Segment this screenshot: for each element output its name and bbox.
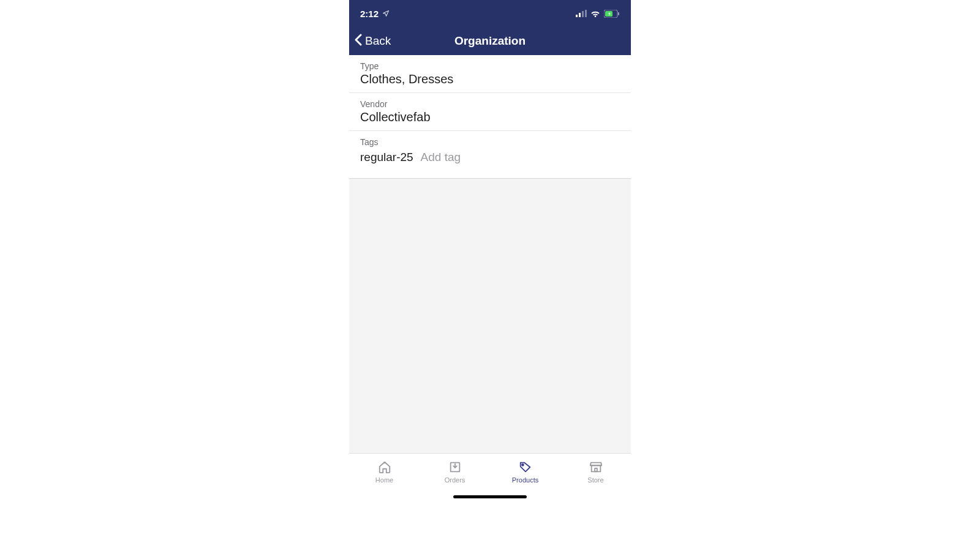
vendor-value: Collectivefab — [360, 110, 620, 124]
tab-products-label: Products — [512, 476, 538, 484]
svg-rect-1 — [579, 13, 581, 17]
status-bar: 2:12 — [349, 0, 631, 27]
tab-store-label: Store — [587, 476, 603, 484]
tab-orders-label: Orders — [445, 476, 466, 484]
battery-icon — [604, 10, 620, 18]
tags-label: Tags — [360, 137, 620, 147]
tab-orders[interactable]: Orders — [420, 460, 490, 484]
type-field[interactable]: Type Clothes, Dresses — [349, 55, 631, 93]
store-icon — [589, 460, 603, 474]
tab-home-label: Home — [375, 476, 393, 484]
empty-area — [349, 179, 631, 453]
vendor-label: Vendor — [360, 99, 620, 109]
back-label: Back — [365, 34, 391, 48]
phone-frame: 2:12 Back Organization Ty — [349, 0, 631, 502]
svg-rect-0 — [576, 15, 578, 17]
home-icon — [378, 460, 391, 474]
nav-bar: Back Organization — [349, 27, 631, 55]
content: Type Clothes, Dresses Vendor Collectivef… — [349, 55, 631, 173]
status-time: 2:12 — [360, 9, 379, 19]
tags-container: regular-25 Add tag — [360, 149, 620, 165]
tab-store[interactable]: Store — [560, 460, 631, 484]
type-label: Type — [360, 61, 620, 71]
location-arrow-icon — [382, 9, 390, 19]
svg-point-8 — [522, 463, 524, 465]
section-divider — [349, 173, 631, 179]
orders-icon — [448, 460, 462, 474]
type-value: Clothes, Dresses — [360, 72, 620, 86]
chevron-left-icon — [354, 34, 363, 49]
tab-home[interactable]: Home — [349, 460, 420, 484]
svg-rect-3 — [585, 10, 587, 17]
status-right — [576, 10, 620, 18]
home-bar — [453, 495, 527, 498]
svg-rect-2 — [582, 11, 584, 17]
add-tag-input[interactable]: Add tag — [421, 151, 461, 164]
home-indicator[interactable] — [349, 491, 631, 502]
tab-bar: Home Orders Products Store — [349, 453, 631, 491]
status-left: 2:12 — [360, 9, 390, 19]
tags-field[interactable]: Tags regular-25 Add tag — [349, 131, 631, 173]
back-button[interactable]: Back — [354, 34, 391, 49]
tab-products[interactable]: Products — [490, 460, 560, 484]
signal-icon — [576, 10, 587, 17]
tag-chip[interactable]: regular-25 — [360, 149, 413, 165]
svg-rect-6 — [618, 12, 619, 15]
nav-title: Organization — [454, 34, 526, 48]
products-icon — [519, 460, 532, 474]
vendor-field[interactable]: Vendor Collectivefab — [349, 93, 631, 131]
wifi-icon — [590, 10, 600, 17]
